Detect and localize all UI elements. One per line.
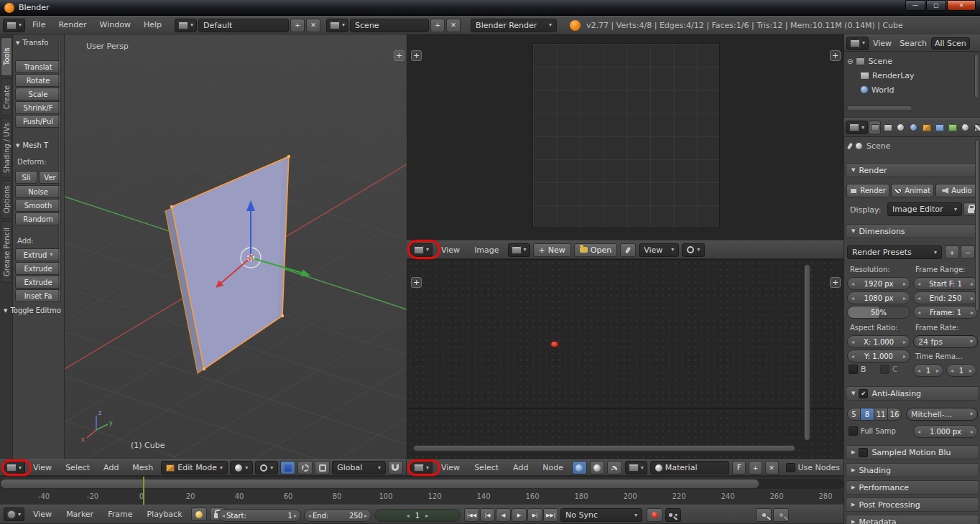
auto-keyframe-toggle[interactable] [647,508,662,522]
material-datablock-field[interactable]: Material [650,461,730,474]
editor-type-properties-button[interactable]: ▾ [846,121,868,134]
tab-modifiers[interactable] [933,121,946,134]
post-processing-panel-header[interactable]: ▶Post Processing [846,497,979,512]
screen-layout-browse-button[interactable]: ▾ [175,19,197,32]
add-scene-button[interactable]: + [430,19,445,32]
add-preset-button[interactable]: + [945,245,959,259]
push-pull-button[interactable]: Push/Pul [15,115,61,128]
random-button[interactable]: Random [15,212,61,225]
tab-material[interactable] [959,121,971,134]
view3d-view-menu[interactable]: View [27,459,57,476]
pivot-point-select[interactable]: ▾ [255,461,278,474]
use-nodes-toggle[interactable]: Use Nodes [786,463,841,472]
manipulator-translate-toggle[interactable] [280,461,295,474]
texture-nodes-toggle[interactable] [607,461,622,474]
new-material-button[interactable]: + [749,461,762,474]
node-slot-select[interactable]: ▾ [625,461,647,474]
time-remap-new-field[interactable]: ◂1▸ [946,364,976,377]
mesh-plane[interactable] [172,156,289,369]
remove-preset-button[interactable]: − [961,245,975,259]
pin-toggle-button[interactable] [620,243,636,257]
snap-toggle[interactable] [388,461,403,474]
aa-samples-8-button[interactable]: 8 [861,408,874,421]
timeline-view-menu[interactable]: View [27,506,57,523]
scene-browse-button[interactable]: ▾ [326,19,348,32]
image-browse-button[interactable]: ▾ [508,243,530,257]
outliner-view-menu[interactable]: View [869,35,895,52]
uv-display-mode-select[interactable]: View▾ [639,243,679,257]
extrude-button[interactable]: Extrude [15,262,61,275]
editor-type-info-button[interactable]: ▾ [3,19,25,32]
view3d-add-menu[interactable]: Add [98,459,124,476]
tab-options[interactable]: Options [1,180,12,219]
maximize-button[interactable]: ▢ [926,0,946,11]
transform-orientation-select[interactable]: Global▾ [332,461,386,474]
editor-type-outliner-button[interactable]: ▾ [846,37,869,50]
toggle-editmode-panel-header[interactable]: ▼Toggle Editmo [3,305,65,316]
border-toggle[interactable]: B [849,365,866,374]
uv-image-menu[interactable]: Image [468,242,504,258]
delete-layout-button[interactable]: ✕ [306,19,320,32]
mesh-tools-panel-header[interactable]: ▼Mesh T [15,140,61,151]
menu-file[interactable]: File [27,17,51,33]
menu-window[interactable]: Window [94,17,137,33]
timeline-marker-menu[interactable]: Marker [60,506,99,523]
scene-name-field[interactable]: Scene [350,19,429,32]
jump-to-start-button[interactable]: |◀◀ [464,508,479,522]
border-checkbox[interactable] [849,365,858,374]
smooth-button[interactable]: Smooth [15,199,61,212]
expand-uv-toolbar-button[interactable]: + [411,50,422,61]
outliner-item-scene[interactable]: ⊖ Scene [847,55,892,67]
node-vertical-scrollbar[interactable] [804,264,810,441]
crop-checkbox[interactable] [880,365,889,374]
expand-uv-properties-button[interactable]: + [830,50,841,61]
play-button[interactable]: ▶ [512,508,527,522]
motion-blur-checkbox[interactable] [859,448,868,457]
properties-vertical-scrollbar[interactable] [975,139,980,312]
pin-icon[interactable] [847,143,853,150]
view3d-select-menu[interactable]: Select [60,459,96,476]
resolution-y-field[interactable]: ◂1080 px▸ [847,291,910,304]
timeline-current-frame-field[interactable]: ◂1▸ [374,509,461,522]
node-add-menu[interactable]: Add [507,459,534,476]
extrude-region-button[interactable]: Extrud▾ [15,248,61,261]
jump-to-end-button[interactable]: ▶▶| [543,508,558,522]
outliner-horizontal-scrollbar[interactable] [846,106,912,111]
unlink-material-button[interactable]: ✕ [765,461,779,474]
render-display-select[interactable]: Image Editor▾ [887,202,962,216]
viewport-3d[interactable]: z y x User Persp (1) Cube + [65,34,407,459]
tab-texture[interactable] [972,121,980,134]
node-select-menu[interactable]: Select [468,459,504,476]
editor-type-timeline-button[interactable]: ▾ [4,507,24,521]
play-audio-button[interactable]: Audio [935,184,979,197]
view3d-mesh-menu[interactable]: Mesh [126,459,159,476]
tab-scene[interactable] [895,121,907,134]
translate-button[interactable]: Translat [15,60,61,73]
full-sample-checkbox[interactable] [849,426,858,436]
node-view-menu[interactable]: View [435,459,466,476]
screen-layout-field[interactable]: Default [198,19,289,32]
render-button[interactable]: Render [846,184,889,197]
editor-type-3dview-button[interactable]: ▾ [3,461,25,474]
dimensions-panel-header[interactable]: ▼Dimensions [846,224,979,238]
node-socket-dot[interactable] [550,341,559,347]
time-remap-old-field[interactable]: ◂1▸ [913,364,943,377]
tab-world[interactable] [907,121,920,134]
antialiasing-panel-header[interactable]: ▼✔Anti-Aliasing [846,386,979,401]
expand-viewport-properties-button[interactable]: + [394,50,405,61]
next-keyframe-button[interactable]: ▶| [527,508,542,522]
outliner-search-menu[interactable]: Search [896,35,930,52]
delete-scene-button[interactable]: ✕ [446,19,461,32]
antialiasing-checkbox[interactable]: ✔ [859,389,868,398]
tab-render-layers[interactable] [882,121,894,134]
aa-filter-select[interactable]: Mitchell-...▾ [906,408,978,421]
mode-select[interactable]: Edit Mode▾ [161,461,228,474]
new-image-button[interactable]: +New [533,243,571,257]
aa-samples-11-button[interactable]: 11 [874,408,888,421]
resolution-percentage-slider[interactable]: 50% [847,306,910,319]
editor-type-uv-button[interactable]: ▾ [410,243,433,257]
tab-render[interactable] [869,121,881,134]
timeline-end-field[interactable]: ◂End:250▸ [304,509,371,522]
full-sample-toggle[interactable]: Full Samp [849,426,896,436]
minimize-button[interactable]: — [905,0,925,11]
